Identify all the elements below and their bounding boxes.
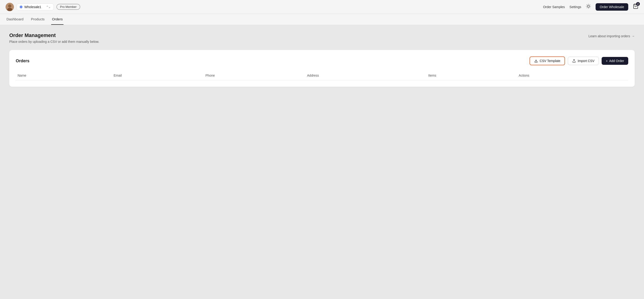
arrow-right-icon: → <box>632 34 635 38</box>
col-email: Email <box>112 71 204 80</box>
main-content: Order Management Place orders by uploadi… <box>0 25 644 94</box>
chevron-down-icon: ⌃⌄ <box>46 5 51 8</box>
import-csv-label: Import CSV <box>578 59 594 63</box>
orders-card-header: Orders CSV Template <box>16 56 628 65</box>
nav-dashboard[interactable]: Dashboard <box>6 14 24 25</box>
page-header: Order Management Place orders by uploadi… <box>9 32 635 43</box>
table-header: Name Email Phone Address Items Actions <box>16 71 628 80</box>
svg-line-10 <box>587 8 587 8</box>
order-wholesale-button[interactable]: Order Wholesale <box>596 3 628 11</box>
svg-line-7 <box>590 8 590 8</box>
learn-link-text: Learn about importing orders <box>588 34 630 38</box>
main-navigation: Dashboard Products Orders <box>0 14 644 25</box>
store-name: Wholesale1 <box>24 5 44 9</box>
csv-template-button[interactable]: CSV Template <box>530 56 565 65</box>
app-header: Wholesale1 ⌃⌄ Pro Member Order Samples S… <box>0 0 644 14</box>
plus-icon: + <box>606 59 608 63</box>
col-phone: Phone <box>204 71 305 80</box>
col-actions: Actions <box>517 71 628 80</box>
settings-link[interactable]: Settings <box>570 5 581 9</box>
nav-products[interactable]: Products <box>30 14 46 25</box>
store-selector[interactable]: Wholesale1 ⌃⌄ <box>17 3 54 10</box>
svg-point-1 <box>8 4 11 8</box>
theme-toggle-icon[interactable] <box>586 4 591 10</box>
csv-template-label: CSV Template <box>540 59 560 63</box>
header-left: Wholesale1 ⌃⌄ Pro Member <box>6 3 80 11</box>
svg-point-3 <box>587 5 589 7</box>
user-avatar[interactable] <box>6 3 14 11</box>
table-header-row: Name Email Phone Address Items Actions <box>16 71 628 80</box>
orders-card-title: Orders <box>16 58 30 63</box>
learn-importing-link[interactable]: Learn about importing orders → <box>588 34 635 38</box>
page-title: Order Management <box>9 32 99 38</box>
orders-card: Orders CSV Template <box>9 50 635 87</box>
add-order-label: Add Order <box>609 59 624 63</box>
add-order-button[interactable]: + Add Order <box>602 57 628 65</box>
col-items: Items <box>426 71 517 80</box>
nav-orders[interactable]: Orders <box>51 14 64 25</box>
orders-table: Name Email Phone Address Items Actions <box>16 71 628 80</box>
page-subtitle: Place orders by uploading a CSV or add t… <box>9 40 99 43</box>
cart-button[interactable]: 2 <box>633 3 638 10</box>
header-right: Order Samples Settings Order Wholesale <box>543 3 638 11</box>
cart-count: 2 <box>636 2 640 6</box>
order-samples-link[interactable]: Order Samples <box>543 5 565 9</box>
download-icon <box>534 59 538 63</box>
store-dot <box>20 5 22 8</box>
orders-actions: CSV Template Import CSV + Add Order <box>530 56 628 65</box>
pro-member-badge[interactable]: Pro Member <box>56 4 80 10</box>
upload-icon <box>572 59 576 63</box>
col-name: Name <box>16 71 112 80</box>
import-csv-button[interactable]: Import CSV <box>568 57 599 65</box>
col-address: Address <box>305 71 426 80</box>
page-title-section: Order Management Place orders by uploadi… <box>9 32 99 43</box>
